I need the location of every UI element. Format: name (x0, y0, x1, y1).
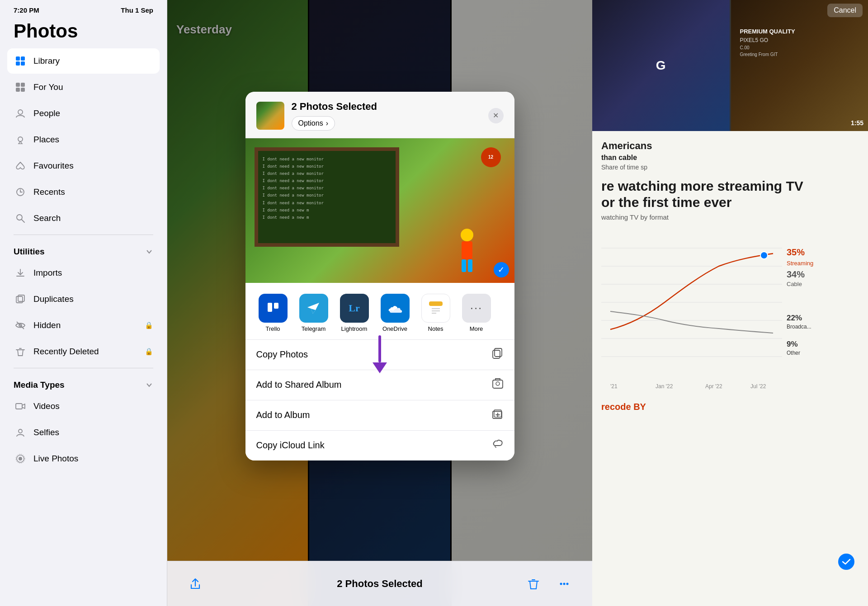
options-button[interactable]: Options › (292, 116, 335, 131)
svg-rect-0 (16, 56, 20, 61)
svg-text:Apr '22: Apr '22 (705, 383, 722, 390)
for-you-icon (14, 80, 27, 94)
app-lightroom[interactable]: Lr Lightroom (336, 294, 373, 332)
sidebar-item-imports[interactable]: Imports (7, 260, 160, 286)
search-icon (14, 211, 27, 225)
sidebar-label-people: People (33, 108, 60, 118)
add-shared-album-icon (492, 378, 504, 392)
notes-label: Notes (428, 325, 443, 332)
bottom-toolbar: 2 Photos Selected (167, 561, 592, 606)
app-telegram[interactable]: Telegram (295, 294, 332, 332)
svg-point-34 (563, 583, 566, 585)
action-copy-icloud[interactable]: Copy iCloud Link (245, 431, 514, 460)
library-icon (14, 54, 27, 68)
app-onedrive[interactable]: OneDrive (377, 294, 414, 332)
cancel-btn-label[interactable]: Cancel (827, 4, 863, 17)
main-content: Yesterday 2 Photos Selected Options › ✕ (167, 0, 592, 606)
action-add-shared-album[interactable]: Add to Shared Album (245, 370, 514, 400)
copy-icloud-label: Copy iCloud Link (256, 440, 325, 451)
media-types-section-header: Media Types (7, 372, 160, 394)
watching-format-text: watching TV by format (601, 213, 859, 221)
watching-more-text: re watching more streaming TVor the firs… (601, 178, 859, 211)
sidebar-label-for-you: For You (33, 82, 63, 92)
svg-rect-27 (493, 350, 500, 358)
svg-text:Jul '22: Jul '22 (750, 383, 766, 390)
copy-photos-label: Copy Photos (256, 349, 308, 360)
recents-icon (14, 185, 27, 199)
svg-rect-4 (16, 83, 20, 87)
cancel-button[interactable]: Cancel (827, 4, 863, 17)
sheet-header: 2 Photos Selected Options › ✕ (245, 92, 514, 138)
svg-rect-13 (18, 295, 24, 301)
svg-text:34%: 34% (787, 269, 805, 279)
sidebar-label-places: Places (33, 135, 59, 145)
modal-overlay: 2 Photos Selected Options › ✕ (167, 0, 592, 606)
svg-rect-23 (429, 301, 443, 306)
sidebar-item-videos[interactable]: Videos (7, 394, 160, 419)
sheet-thumbnail (256, 102, 284, 130)
app-more[interactable]: ··· More (458, 294, 495, 332)
svg-point-8 (18, 110, 23, 114)
svg-text:Streaming: Streaming (787, 260, 813, 267)
sheet-title-area: 2 Photos Selected Options › (292, 101, 481, 131)
sidebar-item-search[interactable]: Search (7, 206, 160, 231)
sidebar-item-places[interactable]: Places (7, 127, 160, 152)
duplicates-icon (14, 292, 27, 306)
sidebar-item-live-photos[interactable]: Live Photos (7, 446, 160, 471)
sidebar-item-hidden[interactable]: Hidden 🔒 (7, 313, 160, 338)
arrow-head-icon (373, 362, 387, 373)
toolbar-right (524, 574, 574, 594)
sidebar-item-favourites[interactable]: Favourites (7, 153, 160, 179)
sidebar-label-live-photos: Live Photos (33, 454, 78, 464)
more-label: More (470, 325, 483, 332)
sidebar-nav: Library For You People (0, 48, 167, 606)
chart-area: Americans than cable Share of time sp re… (592, 131, 868, 606)
app-trello[interactable]: Trello (255, 294, 292, 332)
media-types-chevron-icon (145, 381, 153, 389)
svg-rect-1 (21, 56, 25, 61)
close-button[interactable]: ✕ (488, 108, 504, 123)
bart-figure (456, 229, 478, 274)
telegram-label: Telegram (302, 325, 326, 332)
people-icon (14, 107, 27, 120)
divider-utilities (14, 235, 153, 235)
lightroom-label: Lightroom (341, 325, 368, 332)
more-button[interactable] (554, 574, 574, 594)
svg-rect-2 (16, 61, 20, 66)
recently-deleted-icon (14, 345, 27, 358)
more-icon: ··· (462, 294, 491, 323)
svg-rect-6 (16, 88, 20, 92)
sidebar-item-for-you[interactable]: For You (7, 75, 160, 100)
utilities-label: Utilities (14, 247, 45, 257)
trello-icon (259, 294, 288, 323)
delete-button[interactable] (524, 574, 543, 594)
onedrive-label: OneDrive (382, 325, 407, 332)
svg-point-33 (560, 583, 562, 585)
telegram-icon (299, 294, 328, 323)
selfies-icon (14, 426, 27, 439)
share-button[interactable] (185, 574, 205, 594)
svg-point-17 (19, 457, 22, 460)
add-album-icon (492, 408, 504, 423)
app-notes[interactable]: Notes (417, 294, 454, 332)
svg-point-43 (760, 252, 768, 259)
sidebar-item-recents[interactable]: Recents (7, 179, 160, 205)
options-chevron-icon: › (326, 119, 328, 127)
than-cable-text: than cable (601, 154, 859, 162)
utilities-chevron-icon (145, 248, 153, 256)
copy-photos-icon (492, 348, 504, 362)
sidebar-item-duplicates[interactable]: Duplicates (7, 287, 160, 312)
svg-text:9%: 9% (787, 340, 798, 348)
hidden-lock-icon: 🔒 (145, 321, 153, 329)
sidebar-item-people[interactable]: People (7, 101, 160, 126)
sidebar-item-recently-deleted[interactable]: Recently Deleted 🔒 (7, 339, 160, 364)
svg-text:Broadca...: Broadca... (787, 324, 811, 330)
sidebar-item-selfies[interactable]: Selfies (7, 420, 160, 445)
notes-icon (421, 294, 450, 323)
svg-rect-12 (16, 296, 23, 303)
utilities-section-header: Utilities (7, 239, 160, 260)
sidebar-label-hidden: Hidden (33, 320, 61, 330)
add-album-label: Add to Album (256, 410, 310, 420)
action-add-album[interactable]: Add to Album (245, 400, 514, 431)
sidebar-item-library[interactable]: Library (7, 48, 160, 74)
